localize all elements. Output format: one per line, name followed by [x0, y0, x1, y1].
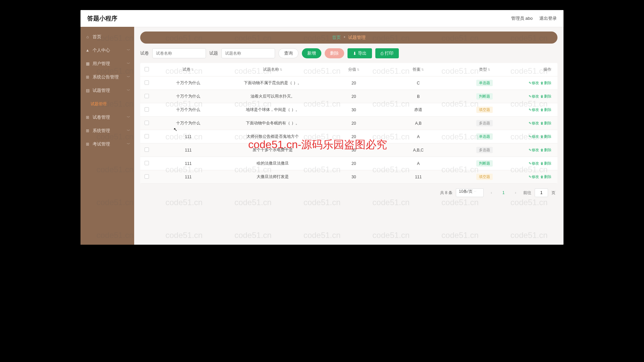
sidebar-item-paper-mgmt[interactable]: ⊞ 试卷管理 ﹀	[80, 111, 134, 124]
delete-link[interactable]: 🗑删除	[540, 161, 551, 165]
th-answer[interactable]: 答案⇅	[385, 67, 451, 72]
sidebar-item-system-mgmt[interactable]: ⊞ 系统管理 ﹀	[80, 124, 134, 137]
row-checkbox[interactable]	[145, 134, 149, 138]
edit-link[interactable]: ✎修改	[529, 108, 539, 112]
select-all-checkbox[interactable]	[145, 67, 149, 71]
logout-link[interactable]: 退出登录	[539, 15, 557, 21]
goto-page-input[interactable]	[535, 188, 548, 197]
row-checkbox[interactable]	[145, 121, 149, 125]
sidebar-item-label: 系统管理	[93, 128, 110, 134]
type-tag: 判断题	[476, 160, 493, 167]
th-type[interactable]: 类型⇅	[451, 67, 518, 72]
type-tag: 多选题	[476, 147, 493, 153]
th-score[interactable]: 分值⇅	[322, 67, 385, 72]
sidebar-item-label: 用户管理	[93, 61, 110, 67]
per-page-select[interactable]: 10条/页 ﹀	[456, 188, 484, 197]
cell-type: 单选题	[451, 133, 518, 140]
sidebar-item-exam-mgmt[interactable]: ⊞ 考试管理 ﹀	[80, 137, 134, 151]
edit-icon: ✎	[529, 121, 531, 125]
table-header: 试卷⇅ 试题名称⇅ 分值⇅ 答案⇅ 类型⇅ 操作	[140, 63, 557, 76]
search-button[interactable]: 查询	[278, 48, 299, 58]
delete-button[interactable]: 删除	[325, 48, 344, 58]
th-qname[interactable]: 试题名称⇅	[223, 67, 322, 72]
cell-paper: 十万个为什么	[154, 94, 223, 99]
trash-icon: 🗑	[540, 175, 544, 179]
delete-link[interactable]: 🗑删除	[540, 148, 551, 152]
edit-link[interactable]: ✎修改	[529, 94, 539, 98]
sort-icon: ⇅	[357, 68, 360, 71]
user-icon: ▲	[85, 48, 90, 53]
row-checkbox[interactable]	[145, 80, 149, 85]
sidebar-item-label: 试题管理	[93, 87, 110, 94]
edit-link[interactable]: ✎修改	[529, 175, 539, 179]
edit-link[interactable]: ✎修改	[529, 121, 539, 125]
delete-link[interactable]: 🗑删除	[540, 81, 551, 85]
edit-icon: ✎	[529, 162, 531, 165]
add-button[interactable]: 新增	[302, 48, 321, 58]
next-page-button[interactable]: ›	[511, 188, 520, 197]
edit-link[interactable]: ✎修改	[529, 148, 539, 152]
delete-link[interactable]: 🗑删除	[540, 121, 551, 125]
chevron-down-icon: ﹀	[127, 61, 130, 66]
table-row: 十万个为什么下面动物不属于昆虫的是（ ）。20C单选题✎修改🗑删除	[140, 76, 557, 90]
sidebar-item-notice-mgmt[interactable]: ⊞ 系统公告管理 ﹀	[80, 70, 134, 84]
grid-icon: ⊞	[85, 75, 90, 79]
sidebar-item-label: 考试管理	[93, 141, 110, 147]
cell-qname: 大撒旦法师打发是	[223, 174, 322, 180]
table-row: 111大撒旦法师打发是30111填空题✎修改🗑删除	[140, 170, 557, 184]
export-button[interactable]: ⬇导出	[347, 48, 372, 58]
breadcrumb-home[interactable]: 首页	[332, 35, 341, 41]
trash-icon: 🗑	[540, 81, 544, 85]
cell-answer: A,B	[385, 121, 451, 126]
cell-ops: ✎修改🗑删除	[518, 161, 557, 166]
edit-link[interactable]: ✎修改	[529, 161, 539, 165]
row-checkbox[interactable]	[145, 174, 149, 179]
row-checkbox[interactable]	[145, 147, 149, 152]
row-checkbox[interactable]	[145, 161, 149, 165]
grid-icon: ⊞	[85, 142, 90, 146]
sidebar-item-home[interactable]: ⌂ 首页	[80, 30, 134, 44]
type-tag: 单选题	[476, 133, 493, 140]
cell-ops: ✎修改🗑删除	[518, 174, 557, 179]
cell-ops: ✎修改🗑删除	[518, 94, 557, 99]
sidebar-item-personal[interactable]: ▲ 个人中心 ﹀	[80, 44, 134, 57]
filter-row: 试卷 试题 查询 新增 删除 ⬇导出 ⎙打印	[140, 48, 557, 58]
sidebar-item-question-mgmt[interactable]: ▤ 试题管理 ﹀	[80, 84, 134, 97]
sidebar-item-question-mgmt-sub[interactable]: 试题管理	[80, 97, 134, 111]
th-paper[interactable]: 试卷⇅	[154, 67, 223, 72]
cell-qname: 下面动物不属于昆虫的是（ ）。	[223, 80, 322, 86]
admin-label[interactable]: 管理员 abo	[511, 15, 533, 21]
print-button[interactable]: ⎙打印	[375, 48, 399, 58]
mouse-cursor: ↖	[173, 127, 177, 132]
cell-ops: ✎修改🗑删除	[518, 80, 557, 85]
row-checkbox[interactable]	[145, 94, 149, 98]
trash-icon: 🗑	[540, 121, 544, 125]
users-icon: ▦	[85, 61, 90, 66]
cell-qname: 下面动物中会冬眠的有（ ）。	[223, 120, 322, 126]
filter-question-input[interactable]	[221, 48, 275, 58]
row-checkbox[interactable]	[145, 107, 149, 112]
page-suffix: 页	[551, 190, 555, 196]
sidebar-item-user-mgmt[interactable]: ▦ 用户管理 ﹀	[80, 57, 134, 70]
cell-score: 20	[322, 81, 385, 85]
edit-icon: ✎	[529, 148, 531, 152]
page-number[interactable]: 1	[499, 188, 508, 197]
cell-answer: A	[385, 161, 451, 166]
delete-link[interactable]: 🗑删除	[540, 108, 551, 112]
delete-link[interactable]: 🗑删除	[540, 175, 551, 179]
cell-paper: 111	[154, 134, 223, 139]
type-tag: 多选题	[476, 120, 493, 126]
prev-page-button[interactable]: ‹	[487, 188, 496, 197]
edit-link[interactable]: ✎修改	[529, 81, 539, 85]
chevron-down-icon: ﹀	[127, 48, 130, 53]
chevron-down-icon: ﹀	[127, 75, 130, 79]
edit-link[interactable]: ✎修改	[529, 134, 539, 138]
sort-icon: ⇅	[191, 68, 194, 71]
home-icon: ⌂	[85, 35, 90, 39]
cell-paper: 十万个为什么	[154, 80, 223, 86]
edit-icon: ✎	[529, 81, 531, 85]
delete-link[interactable]: 🗑删除	[540, 134, 551, 138]
filter-paper-input[interactable]	[152, 48, 206, 58]
delete-link[interactable]: 🗑删除	[540, 94, 551, 98]
table-row: 十万个为什么油着火后可以用水扑灭。20B判断题✎修改🗑删除	[140, 90, 557, 103]
